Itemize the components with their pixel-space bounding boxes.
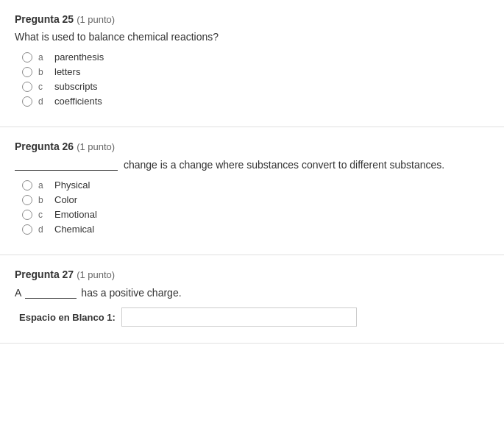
blank-line-26 — [15, 158, 118, 171]
question-27-points: (1 punto) — [77, 269, 115, 280]
radio-26-c[interactable] — [22, 210, 32, 220]
question-26-title: Pregunta 26 — [15, 140, 74, 152]
option-25-a[interactable]: a parenthesis — [22, 51, 489, 63]
fill-blank-label-27: Espacio en Blanco 1: — [19, 312, 116, 323]
option-26-d[interactable]: d Chemical — [22, 224, 489, 235]
option-26-a[interactable]: a Physical — [22, 179, 489, 191]
option-text-26-d: Chemical — [54, 224, 94, 235]
radio-25-c[interactable] — [22, 82, 32, 92]
option-text-26-b: Color — [54, 194, 77, 205]
question-25-text: What is used to balance chemical reactio… — [15, 31, 489, 43]
option-25-c[interactable]: c subscripts — [22, 81, 489, 92]
question-27-block: Pregunta 27(1 punto) A has a positive ch… — [0, 255, 504, 344]
question-26-text: change is a change where substances conv… — [15, 158, 489, 171]
option-text-26-c: Emotional — [54, 209, 97, 220]
option-text-25-b: letters — [54, 66, 80, 77]
question-27-header: Pregunta 27(1 punto) — [15, 268, 489, 280]
option-text-26-a: Physical — [54, 179, 90, 191]
question-25-title: Pregunta 25 — [15, 13, 74, 25]
option-26-c[interactable]: c Emotional — [22, 209, 489, 220]
question-26-options: a Physical b Color c Emotional d Chemica… — [22, 179, 489, 235]
fill-blank-input-27[interactable] — [121, 307, 357, 327]
question-25-block: Pregunta 25(1 punto) What is used to bal… — [0, 0, 504, 127]
radio-26-d[interactable] — [22, 224, 32, 235]
option-25-d[interactable]: d coefficients — [22, 96, 489, 107]
question-26-header: Pregunta 26(1 punto) — [15, 140, 489, 152]
question-25-options: a parenthesis b letters c subscripts d c… — [22, 51, 489, 107]
question-26-text-after: change is a change where substances conv… — [124, 159, 444, 171]
option-text-25-d: coefficients — [54, 96, 102, 107]
question-26-block: Pregunta 26(1 punto) change is a change … — [0, 127, 504, 255]
radio-25-b[interactable] — [22, 67, 32, 77]
question-27-title: Pregunta 27 — [15, 268, 74, 280]
radio-25-d[interactable] — [22, 96, 32, 107]
radio-26-a[interactable] — [22, 180, 32, 191]
radio-26-b[interactable] — [22, 195, 32, 205]
radio-25-a[interactable] — [22, 52, 32, 63]
option-label-26-b: b — [38, 195, 49, 205]
question-27-text: A has a positive charge. — [15, 286, 489, 299]
option-26-b[interactable]: b Color — [22, 194, 489, 205]
short-blank-27 — [25, 286, 77, 299]
option-text-25-a: parenthesis — [54, 51, 104, 63]
question-25-header: Pregunta 25(1 punto) — [15, 13, 489, 25]
option-label-25-d: d — [38, 96, 49, 107]
option-label-25-b: b — [38, 67, 49, 77]
question-25-points: (1 punto) — [77, 14, 115, 25]
fill-blank-row-27: Espacio en Blanco 1: — [19, 307, 489, 327]
option-label-25-a: a — [38, 52, 49, 63]
option-25-b[interactable]: b letters — [22, 66, 489, 77]
option-label-26-c: c — [38, 210, 49, 220]
question-27-text-before: A — [15, 287, 21, 299]
option-label-25-c: c — [38, 82, 49, 92]
question-27-text-after: has a positive charge. — [81, 287, 181, 299]
question-26-points: (1 punto) — [77, 141, 115, 152]
option-text-25-c: subscripts — [54, 81, 98, 92]
option-label-26-d: d — [38, 224, 49, 235]
option-label-26-a: a — [38, 180, 49, 191]
